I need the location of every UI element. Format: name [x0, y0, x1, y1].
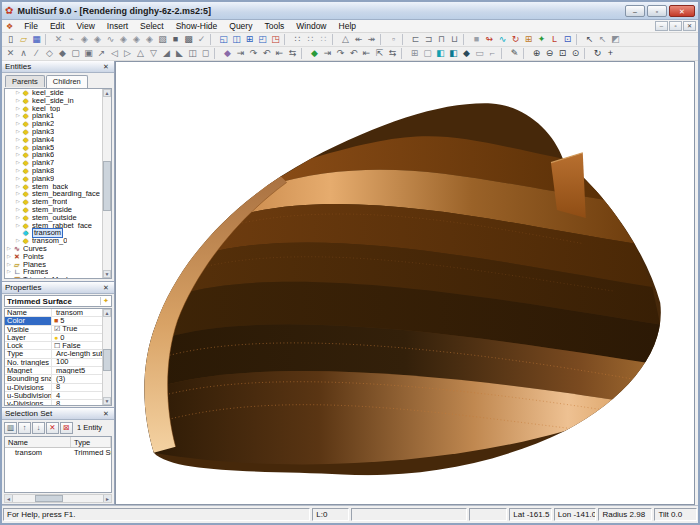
- bead-tool-button[interactable]: ∧: [17, 47, 30, 60]
- menu-item[interactable]: File: [18, 20, 44, 32]
- tree-item[interactable]: ▷ ◆ stem_outside: [5, 214, 102, 222]
- tree-item[interactable]: ▷ ∟ Frames: [5, 268, 102, 276]
- property-row[interactable]: Color ■ 5: [5, 317, 102, 325]
- property-row[interactable]: u-Subdivisions 4: [5, 392, 102, 400]
- curvature-button[interactable]: ↬: [483, 33, 496, 46]
- edit-surface-3-button[interactable]: ◈: [117, 33, 130, 46]
- restore-button[interactable]: ▫: [647, 5, 667, 17]
- scroll-up-icon[interactable]: ▲: [103, 89, 111, 97]
- property-value[interactable]: 4: [52, 392, 102, 399]
- save-file-button[interactable]: ▦: [30, 33, 43, 46]
- show-sel-children-button[interactable]: ⇤: [360, 47, 373, 60]
- open-file-button[interactable]: ▱: [17, 33, 30, 46]
- zoom-out-button[interactable]: ⊖: [543, 47, 556, 60]
- measure-button[interactable]: ■: [470, 33, 483, 46]
- view-split-button[interactable]: ◫: [230, 33, 243, 46]
- solid-tool-button[interactable]: △: [134, 47, 147, 60]
- expander-icon[interactable]: ▷: [16, 159, 23, 167]
- child-restore-button[interactable]: ▫: [669, 21, 682, 31]
- columns-button[interactable]: ▥: [4, 422, 17, 434]
- property-row[interactable]: Layer ● 0: [5, 334, 102, 342]
- expander-icon[interactable]: ▷: [16, 112, 23, 120]
- menu-item[interactable]: Edit: [44, 20, 71, 32]
- menu-item[interactable]: Query: [223, 20, 258, 32]
- view-wireframe-button[interactable]: ◱: [217, 33, 230, 46]
- expander-icon[interactable]: ▷: [7, 268, 14, 276]
- layer-dark-button[interactable]: ◆: [460, 47, 473, 60]
- nudge-right-button[interactable]: ↠: [365, 33, 378, 46]
- hide-all-button[interactable]: ⇆: [386, 47, 399, 60]
- column-header-type[interactable]: Type: [71, 437, 111, 447]
- selection-set-panel-header[interactable]: Selection Set ✕: [2, 408, 114, 420]
- scroll-down-icon[interactable]: ▼: [103, 397, 111, 405]
- property-value[interactable]: Arc-length subdivision: [52, 350, 102, 357]
- rotate-entity-button[interactable]: ↻: [509, 33, 522, 46]
- render-button[interactable]: ▩: [182, 33, 195, 46]
- select-add-button[interactable]: ↖: [596, 33, 609, 46]
- property-row[interactable]: Lock ☐ False: [5, 342, 102, 350]
- minimize-button[interactable]: –: [625, 5, 645, 17]
- expander-icon[interactable]: ▷: [16, 190, 23, 198]
- surface-tool-button[interactable]: ↗: [95, 47, 108, 60]
- property-value[interactable]: (3): [52, 375, 102, 382]
- select-arrow-button[interactable]: ↖: [583, 33, 596, 46]
- zoom-in-button[interactable]: ⊕: [530, 47, 543, 60]
- tree-item[interactable]: ▷ ◆ plank3: [5, 128, 102, 136]
- tree-item[interactable]: ◆ transom: [5, 229, 102, 237]
- tree-item[interactable]: ▷ ◆ keel_side_in: [5, 97, 102, 105]
- close-button[interactable]: ✕: [669, 5, 695, 17]
- trim-4-button[interactable]: ⊔: [448, 33, 461, 46]
- expander-icon[interactable]: ▷: [16, 198, 23, 206]
- snap-off-button[interactable]: ∷: [317, 33, 330, 46]
- viewport-3d[interactable]: [115, 61, 695, 505]
- property-row[interactable]: Type Arc-length subdivision: [5, 350, 102, 358]
- scroll-down-icon[interactable]: ▼: [103, 270, 111, 278]
- expander-icon[interactable]: ▷: [16, 89, 23, 97]
- menu-item[interactable]: Tools: [258, 20, 290, 32]
- close-icon[interactable]: ✕: [101, 63, 111, 71]
- drag-point-button[interactable]: ⌁: [65, 33, 78, 46]
- flatten-button[interactable]: ▭: [473, 47, 486, 60]
- expander-icon[interactable]: ▷: [16, 167, 23, 175]
- curve-tool-button[interactable]: ◇: [43, 47, 56, 60]
- trim-1-button[interactable]: ⊏: [409, 33, 422, 46]
- remove-all-button[interactable]: ⊠: [60, 422, 73, 434]
- hide-parents-button[interactable]: ↷: [247, 47, 260, 60]
- relabel-tool-button[interactable]: ◣: [173, 47, 186, 60]
- swap-visibility-button[interactable]: ⇆: [286, 47, 299, 60]
- new-file-button[interactable]: ▯: [4, 33, 17, 46]
- trim-2-button[interactable]: ⊐: [422, 33, 435, 46]
- expander-icon[interactable]: ▷: [16, 175, 23, 183]
- property-value[interactable]: magnet5: [52, 367, 102, 374]
- property-row[interactable]: Bounding snake (3): [5, 375, 102, 383]
- trim-3-button[interactable]: ⊓: [435, 33, 448, 46]
- paste-tool-button[interactable]: ◻: [199, 47, 212, 60]
- snake-tool-button[interactable]: ◆: [56, 47, 69, 60]
- edit-surface-5-button[interactable]: ◈: [143, 33, 156, 46]
- magnet-tool-button[interactable]: ▢: [69, 47, 82, 60]
- close-icon[interactable]: ✕: [101, 410, 111, 418]
- child-close-button[interactable]: ✕: [683, 21, 696, 31]
- close-icon[interactable]: ✕: [101, 284, 111, 292]
- show-all-button[interactable]: ⇱: [373, 47, 386, 60]
- snap-grid-button[interactable]: ∷: [291, 33, 304, 46]
- property-value[interactable]: 8: [52, 400, 102, 406]
- blank-layer-button[interactable]: ▢: [421, 47, 434, 60]
- menu-item[interactable]: Help: [333, 20, 362, 32]
- tree-item[interactable]: ▷ ◆ plank1: [5, 112, 102, 120]
- expander-icon[interactable]: ▷: [16, 151, 23, 159]
- offsets-table-button[interactable]: ⊞: [522, 33, 535, 46]
- show-selected-button[interactable]: ◆: [308, 47, 321, 60]
- frame-box-button[interactable]: ⊡: [561, 33, 574, 46]
- expander-icon[interactable]: ▷: [16, 97, 23, 105]
- tree-item[interactable]: ▷ ◆ keel_side: [5, 89, 102, 97]
- tree-item[interactable]: ▷ ∿ Curves: [5, 245, 102, 253]
- zoom-all-button[interactable]: ⊙: [569, 47, 582, 60]
- tree-item[interactable]: ▷ ◆ plank5: [5, 144, 102, 152]
- scroll-thumb[interactable]: [103, 161, 111, 211]
- menu-item[interactable]: Show-Hide: [170, 20, 224, 32]
- zoom-window-button[interactable]: ⊡: [556, 47, 569, 60]
- edit-curve-button[interactable]: ∿: [104, 33, 117, 46]
- select-box-button[interactable]: ◩: [609, 33, 622, 46]
- hide-sel-children-button[interactable]: ↶: [347, 47, 360, 60]
